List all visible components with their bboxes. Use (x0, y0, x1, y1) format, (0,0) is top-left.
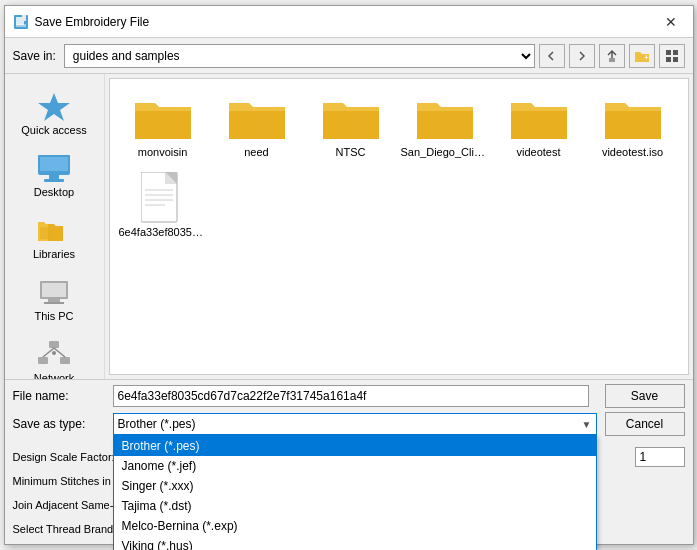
svg-rect-23 (60, 357, 70, 364)
cancel-button[interactable]: Cancel (605, 412, 685, 436)
file-item-monvoisin[interactable]: monvoisin (118, 87, 208, 163)
file-item-ntsc[interactable]: NTSC (306, 87, 396, 163)
save-type-dropdown: Brother (*.pes) Janome (*.jef) Singer (*… (113, 435, 597, 550)
svg-marker-10 (38, 93, 70, 121)
desktop-label: Desktop (34, 186, 74, 198)
forward-button[interactable] (569, 44, 595, 68)
folder-sandiego-icon (415, 92, 475, 144)
file-label-doc: 6e4fa33ef8035cd... (119, 226, 207, 238)
folder-videotestiso-icon (603, 92, 663, 144)
sidebar-item-this-pc[interactable]: This PC (9, 269, 100, 329)
dropdown-arrow-icon: ▼ (582, 419, 592, 430)
save-in-label: Save in: (13, 49, 56, 63)
file-name-input-wrap (113, 385, 589, 407)
svg-rect-9 (673, 57, 678, 62)
sidebar: Quick access Desktop (5, 74, 105, 379)
file-item-need[interactable]: need (212, 87, 302, 163)
svg-rect-14 (49, 175, 59, 179)
this-pc-label: This PC (34, 310, 73, 322)
file-browser: monvoisin need (105, 74, 693, 379)
sidebar-item-network[interactable]: Network (9, 331, 100, 379)
main-area: Quick access Desktop (5, 74, 693, 379)
svg-rect-16 (40, 227, 52, 239)
svg-rect-18 (42, 283, 66, 297)
dropdown-item-viking[interactable]: Viking (*.hus) (114, 536, 596, 550)
dropdown-item-singer[interactable]: Singer (*.xxx) (114, 476, 596, 496)
folder-videotest-icon (509, 92, 569, 144)
network-icon (34, 338, 74, 370)
svg-rect-4 (609, 58, 615, 62)
folder-ntsc-icon (321, 92, 381, 144)
desktop-icon (34, 152, 74, 184)
view-button[interactable] (659, 44, 685, 68)
file-name-input[interactable] (113, 385, 589, 407)
file-item-videotestiso[interactable]: videotest.iso (588, 87, 678, 163)
dialog-icon (13, 14, 29, 30)
toolbar: Save in: guides and samples + (5, 38, 693, 74)
file-name-row: File name: Save (13, 384, 685, 408)
svg-rect-27 (135, 111, 191, 139)
folder-monvoisin-icon (133, 92, 193, 144)
title-bar: Save Embroidery File ✕ (5, 6, 693, 38)
sidebar-item-desktop[interactable]: Desktop (9, 145, 100, 205)
folder-need-icon (227, 92, 287, 144)
file-item-sandiego[interactable]: San_Diego_Clip.... (400, 87, 490, 163)
sidebar-item-libraries[interactable]: Libraries (9, 207, 100, 267)
file-item-doc[interactable]: 6e4fa33ef8035cd... (118, 167, 208, 243)
file-label-sandiego: San_Diego_Clip.... (401, 146, 489, 158)
svg-rect-7 (673, 50, 678, 55)
dialog-title: Save Embroidery File (35, 15, 657, 29)
svg-rect-22 (38, 357, 48, 364)
libraries-icon (34, 214, 74, 246)
up-button[interactable] (599, 44, 625, 68)
libraries-label: Libraries (33, 248, 75, 260)
doc-icon (133, 172, 193, 224)
svg-rect-3 (16, 24, 26, 27)
back-button[interactable] (539, 44, 565, 68)
quick-access-label: Quick access (21, 124, 86, 136)
dropdown-item-tajima[interactable]: Tajima (*.dst) (114, 496, 596, 516)
save-as-type-value: Brother (*.pes) (118, 417, 582, 431)
dropdown-item-melco[interactable]: Melco-Bernina (*.exp) (114, 516, 596, 536)
svg-rect-29 (323, 111, 379, 139)
this-pc-icon (34, 276, 74, 308)
file-type-row: Save as type: Brother (*.pes) ▼ Brother … (13, 412, 685, 436)
svg-rect-15 (44, 179, 64, 182)
file-label-ntsc: NTSC (336, 146, 366, 158)
svg-rect-32 (605, 111, 661, 139)
dropdown-item-brother[interactable]: Brother (*.pes) (114, 436, 596, 456)
save-embroidery-dialog: Save Embroidery File ✕ Save in: guides a… (4, 5, 694, 545)
close-button[interactable]: ✕ (657, 8, 685, 36)
new-folder-button[interactable]: + (629, 44, 655, 68)
file-label-monvoisin: monvoisin (138, 146, 188, 158)
file-item-videotest[interactable]: videotest (494, 87, 584, 163)
svg-rect-19 (48, 299, 60, 302)
svg-rect-21 (49, 341, 59, 348)
file-label-videotestiso: videotest.iso (602, 146, 663, 158)
save-as-type-label: Save as type: (13, 417, 113, 431)
bottom-area: File name: Save Save as type: Brother (*… (5, 379, 693, 444)
save-as-type-select[interactable]: Brother (*.pes) ▼ (113, 413, 597, 435)
svg-rect-6 (666, 50, 671, 55)
svg-rect-13 (40, 157, 68, 171)
svg-rect-8 (666, 57, 671, 62)
svg-rect-30 (417, 111, 473, 139)
svg-rect-28 (229, 111, 285, 139)
file-name-label: File name: (13, 389, 113, 403)
buttons-col: Save (597, 384, 685, 408)
file-grid: monvoisin need (109, 78, 689, 375)
dropdown-item-janome[interactable]: Janome (*.jef) (114, 456, 596, 476)
network-label: Network (34, 372, 74, 379)
svg-point-26 (52, 351, 56, 355)
svg-rect-31 (511, 111, 567, 139)
svg-text:+: + (644, 53, 649, 62)
file-type-wrap: Brother (*.pes) ▼ Brother (*.pes) Janome… (113, 413, 597, 435)
svg-rect-20 (44, 302, 64, 304)
svg-rect-2 (22, 15, 26, 21)
save-in-select[interactable]: guides and samples (64, 44, 535, 68)
file-label-need: need (244, 146, 268, 158)
quick-access-icon (34, 90, 74, 122)
save-button[interactable]: Save (605, 384, 685, 408)
design-scale-input[interactable] (635, 447, 685, 467)
sidebar-item-quick-access[interactable]: Quick access (9, 83, 100, 143)
